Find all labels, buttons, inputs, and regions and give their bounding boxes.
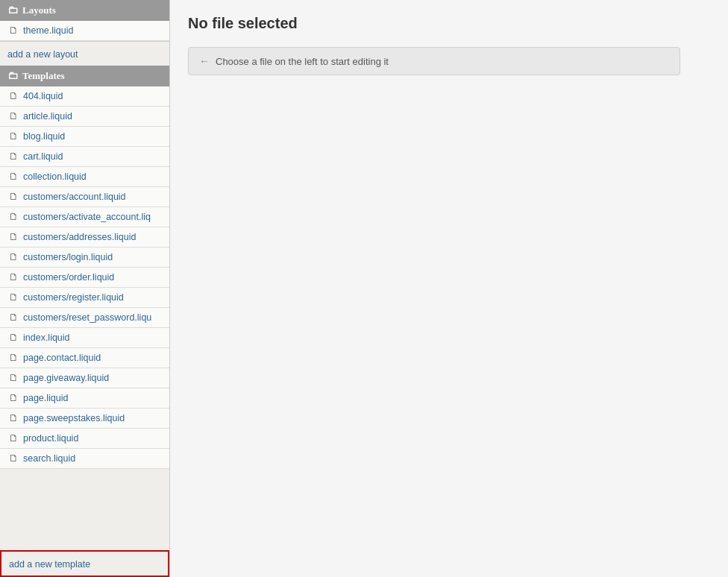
template-list-item[interactable]: 🗋collection.liquid <box>0 167 169 187</box>
template-file-link[interactable]: customers/activate_account.liq <box>23 212 151 222</box>
file-icon: 🗋 <box>9 25 19 37</box>
add-new-template-link[interactable]: add a new template <box>9 559 90 570</box>
file-icon: 🗋 <box>9 432 19 444</box>
add-new-template-row: add a new template <box>0 550 169 577</box>
main-content: No file selected ← Choose a file on the … <box>170 0 728 577</box>
file-icon: 🗋 <box>9 171 19 183</box>
template-file-link[interactable]: page.contact.liquid <box>23 353 101 363</box>
template-file-link[interactable]: page.sweepstakes.liquid <box>23 413 125 423</box>
layouts-section-label: Layouts <box>22 4 56 16</box>
template-list-item[interactable]: 🗋customers/login.liquid <box>0 247 169 268</box>
template-file-link[interactable]: customers/register.liquid <box>23 292 124 303</box>
file-icon: 🗋 <box>9 211 19 223</box>
template-list-item[interactable]: 🗋product.liquid <box>0 429 169 449</box>
template-file-link[interactable]: page.giveaway.liquid <box>23 373 109 383</box>
file-icon: 🗋 <box>9 231 19 243</box>
file-icon: 🗋 <box>9 130 19 142</box>
file-icon: 🗋 <box>9 251 19 263</box>
template-file-link[interactable]: product.liquid <box>23 433 78 444</box>
sidebar: 🗀 Layouts 🗋 theme.liquid add a new layou… <box>0 0 170 577</box>
file-icon: 🗋 <box>9 271 19 283</box>
template-list-item[interactable]: 🗋page.contact.liquid <box>0 348 169 368</box>
template-list-item[interactable]: 🗋search.liquid <box>0 449 169 469</box>
file-icon: 🗋 <box>9 151 19 163</box>
template-file-link[interactable]: collection.liquid <box>23 171 87 182</box>
template-list-item[interactable]: 🗋404.liquid <box>0 86 169 107</box>
template-list-item[interactable]: 🗋article.liquid <box>0 107 169 127</box>
file-icon: 🗋 <box>9 291 19 303</box>
hint-bar: ← Choose a file on the left to start edi… <box>188 47 680 75</box>
file-icon: 🗋 <box>9 191 19 203</box>
template-list-item[interactable]: 🗋page.sweepstakes.liquid <box>0 409 169 429</box>
templates-section-header: 🗀 Templates <box>0 66 169 86</box>
template-file-link[interactable]: 404.liquid <box>23 91 63 101</box>
main-title: No file selected <box>188 15 710 32</box>
template-list-item[interactable]: 🗋page.giveaway.liquid <box>0 368 169 388</box>
file-icon: 🗋 <box>9 312 19 324</box>
file-icon: 🗋 <box>9 392 19 404</box>
file-icon: 🗋 <box>9 90 19 102</box>
layouts-section: 🗀 Layouts 🗋 theme.liquid add a new layou… <box>0 0 169 66</box>
file-icon: 🗋 <box>9 372 19 384</box>
template-list-item[interactable]: 🗋customers/order.liquid <box>0 268 169 288</box>
layouts-section-header: 🗀 Layouts <box>0 0 169 21</box>
file-icon: 🗋 <box>9 412 19 424</box>
template-file-link[interactable]: cart.liquid <box>23 151 63 162</box>
templates-section: 🗀 Templates 🗋404.liquid🗋article.liquid🗋b… <box>0 66 169 577</box>
add-new-layout-link[interactable]: add a new layout <box>7 49 78 60</box>
file-icon: 🗋 <box>9 332 19 344</box>
template-file-link[interactable]: blog.liquid <box>23 131 65 142</box>
add-new-layout-row: add a new layout <box>0 41 169 66</box>
template-list-item[interactable]: 🗋cart.liquid <box>0 147 169 167</box>
template-file-link[interactable]: search.liquid <box>23 453 75 464</box>
template-list-item[interactable]: 🗋customers/addresses.liquid <box>0 227 169 247</box>
template-list-item[interactable]: 🗋index.liquid <box>0 328 169 348</box>
template-list-item[interactable]: 🗋customers/register.liquid <box>0 288 169 308</box>
templates-list: 🗋404.liquid🗋article.liquid🗋blog.liquid🗋c… <box>0 86 169 550</box>
theme-liquid-link[interactable]: theme.liquid <box>23 25 73 36</box>
template-file-link[interactable]: page.liquid <box>23 393 68 403</box>
template-file-link[interactable]: customers/addresses.liquid <box>23 232 136 242</box>
templates-section-label: Templates <box>22 70 65 82</box>
arrow-icon: ← <box>199 55 210 67</box>
file-icon: 🗋 <box>9 453 19 464</box>
templates-folder-icon: 🗀 <box>7 70 18 82</box>
template-list-item[interactable]: 🗋page.liquid <box>0 388 169 409</box>
template-list-item[interactable]: 🗋blog.liquid <box>0 127 169 147</box>
file-icon: 🗋 <box>9 352 19 364</box>
template-file-link[interactable]: article.liquid <box>23 111 72 122</box>
template-list-item[interactable]: 🗋customers/reset_password.liqu <box>0 308 169 328</box>
sidebar-item-theme-liquid[interactable]: 🗋 theme.liquid <box>0 21 169 41</box>
template-list-item[interactable]: 🗋customers/activate_account.liq <box>0 207 169 227</box>
template-file-link[interactable]: customers/login.liquid <box>23 252 113 262</box>
template-list-item[interactable]: 🗋customers/account.liquid <box>0 187 169 207</box>
template-file-link[interactable]: customers/reset_password.liqu <box>23 312 151 323</box>
hint-text: Choose a file on the left to start editi… <box>216 56 389 67</box>
template-file-link[interactable]: index.liquid <box>23 332 70 343</box>
layouts-folder-icon: 🗀 <box>7 4 18 16</box>
template-file-link[interactable]: customers/account.liquid <box>23 192 126 202</box>
template-file-link[interactable]: customers/order.liquid <box>23 272 114 283</box>
file-icon: 🗋 <box>9 110 19 122</box>
